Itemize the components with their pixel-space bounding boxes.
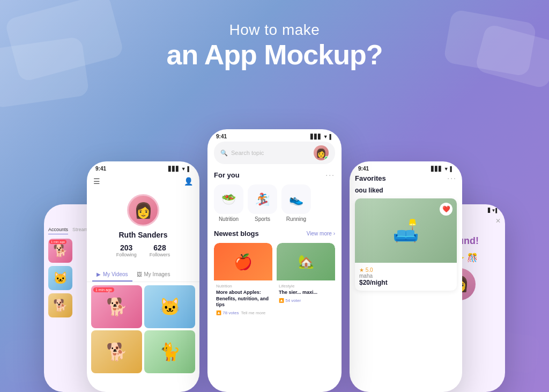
animal-3: 🐕 [91,330,142,373]
blogs-header: Newest blogs View more › [214,230,335,238]
time-left: 9:41 [95,166,106,172]
header-subtitle: How to make [167,21,383,39]
for-you-title: For you [214,171,240,179]
room-info: ★ 5.0 maha $20/night [355,263,457,291]
tab-my-images[interactable]: 🖼 My Images [132,268,175,282]
phones-container: ▋▋ ▼ ▌ ✕ Accounts Streaming Audio 🐕 1 mi… [33,113,516,392]
wifi-icon-center: ▼ [323,134,328,139]
wifi-icon-left: ▼ [181,166,186,172]
category-nutrition[interactable]: 🥗 Nutrition [214,184,243,222]
notch-center [256,129,293,141]
animal-icon-3: 🐕 [48,293,72,317]
notch-right [387,161,425,173]
time-center: 9:41 [216,134,227,139]
animal-4: 🐈 [144,330,195,373]
sports-label: Sports [255,216,270,222]
blog-2-category: Lifestyle [279,284,333,289]
category-running[interactable]: 👟 Running [281,184,311,222]
view-more-button[interactable]: View more › [307,231,335,236]
battery-icon-center: ▌ [330,134,333,139]
left-phone-content: ☰ 👤 👩 Ruth Sanders 203 Following 628 Fol… [87,174,199,378]
blog-1-actions: 🔼 78 votes Tell me more [216,310,270,315]
video-thumb-2: 🐱 [144,285,195,328]
section-menu-dots[interactable]: ··· [325,171,335,179]
blog-card-1-body: Nutrition More about Apples: Benefits, n… [214,280,272,319]
video-grid: 🐕 1 min ago 🐱 🐕 🐈 [87,285,199,373]
profile-section: 👩 Ruth Sanders 203 Following 628 Followe… [87,189,199,263]
signal-icon-left: ▋▋▋ [168,166,180,172]
media-thumb-2: 🐱 [48,266,72,290]
bg-decoration [0,36,90,108]
blog-1-tell[interactable]: Tell me more [241,310,265,315]
profile-name: Ruth Sanders [118,231,167,239]
favorites-header: Favorites ··· [355,174,457,182]
animal-2: 🐱 [144,285,195,328]
media-thumb-3: 🐕 [48,293,72,317]
center-phone-content: 🔍 Search topic 👩 For you ··· 🥗 Nutrition [207,142,342,372]
status-icons-center: ▋▋▋ ▼ ▌ [310,134,333,139]
tab-my-videos[interactable]: ▶ My Videos [92,268,132,282]
bg-decoration [443,9,537,77]
blog-1-votes: 🔼 78 votes [216,310,239,315]
video-thumb-3: 🐕 [91,330,142,373]
nutrition-emoji: 🥗 [221,193,236,206]
bg-decoration [474,23,549,89]
animal-icon-2: 🐱 [48,266,72,290]
following-count: 203 [116,243,137,252]
followers-count: 628 [150,243,170,252]
running-label: Running [286,216,306,222]
menu-icon[interactable]: ☰ [93,177,100,186]
wifi-icon-right: ▼ [444,166,449,172]
room-card: 🛋️ ❤️ ★ 5.0 maha $20/night [355,198,457,291]
profile-tabs: ▶ My Videos 🖼 My Images [87,268,199,282]
search-bar[interactable]: 🔍 Search topic 👩 [214,142,335,164]
notch-left [124,161,162,173]
apple-image: 🍎 [214,243,272,280]
header-title: an App Mockup? [167,39,383,71]
nutrition-label: Nutrition [219,216,239,222]
media-thumb-1: 🐕 1 min ago [48,239,72,263]
nutrition-icon-box: 🥗 [214,184,243,214]
battery-icon-right: ▌ [450,166,454,172]
search-placeholder: Search topic [231,150,310,156]
favorites-dots[interactable]: ··· [447,174,457,182]
room-price: $20/night [359,279,452,286]
blog-1-title: More about Apples: Benefits, nutrition, … [216,290,270,308]
blog-card-2-body: Lifestyle The sier... maxi... 🔼 54 voter [277,280,335,306]
image-icon: 🖼 [137,271,142,277]
phone-left: 9:41 ▋▋▋ ▼ ▌ ☰ 👤 👩 Ruth Sanders 203 [87,161,199,392]
search-icon: 🔍 [220,150,228,157]
heart-button[interactable]: ❤️ [440,203,452,216]
blog-card-2[interactable]: 🏡 Lifestyle The sier... maxi... 🔼 54 vot… [277,243,335,319]
left-top-bar: ☰ 👤 [87,174,199,189]
video-thumb-1: 🐕 1 min ago [91,285,142,328]
following-stat: 203 Following [116,243,137,257]
status-icons-right: ▋▋▋ ▼ ▌ [431,166,454,172]
running-icon-box: 👟 [281,184,311,214]
user-icon[interactable]: 👤 [184,177,193,186]
sports-emoji: 🏂 [255,193,270,206]
match-close-icon[interactable]: ✕ [495,217,501,225]
followers-label: Followers [150,252,170,257]
right-phone-content: Favorites ··· oou liked 🛋️ ❤️ ★ 5.0 maha… [350,174,462,378]
room-rating: ★ 5.0 [359,267,452,273]
live-badge: 1 min ago [49,240,66,244]
blog-card-1[interactable]: 🍎 Nutrition More about Apples: Benefits,… [214,243,272,319]
tab-images-label: My Images [144,271,170,277]
tab-videos-label: My Videos [103,271,128,277]
blog-2-actions: 🔼 54 voter [279,298,333,303]
blog-2-votes: 🔼 54 voter [279,298,301,303]
phone-right: 9:41 ▋▋▋ ▼ ▌ Favorites ··· oou liked 🛋️ … [350,161,462,392]
sports-icon-box: 🏂 [248,184,277,214]
profile-stats: 203 Following 628 Followers [116,243,170,257]
bg-decoration [4,0,124,83]
blog-2-title: The sier... maxi... [279,290,333,296]
status-icons-left: ▋▋▋ ▼ ▌ [168,166,191,172]
blog-cards-list: 🍎 Nutrition More about Apples: Benefits,… [214,243,335,319]
category-sports[interactable]: 🏂 Sports [248,184,277,222]
for-you-header: For you ··· [214,171,335,179]
play-icon: ▶ [97,271,101,277]
tab-accounts[interactable]: Accounts [48,227,68,234]
video-thumb-4: 🐈 [144,330,195,373]
signal-icon-right: ▋▋▋ [431,166,442,172]
